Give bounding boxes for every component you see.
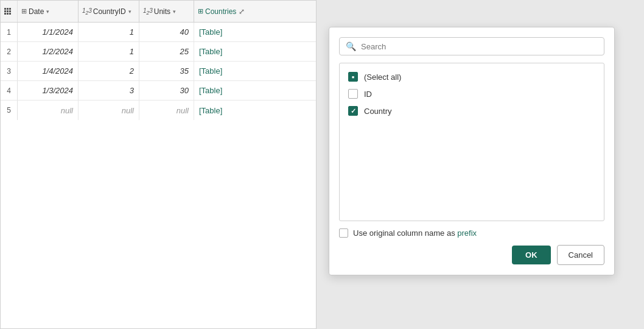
cell-rownum-4: 4 <box>1 81 18 100</box>
country-item[interactable]: Country <box>340 102 604 119</box>
cell-countryid-5: null <box>79 101 139 120</box>
table-header: ⊞ Date ▾ 123 CountryID ▾ 123 Units ▾ ⊞ C… <box>1 1 316 23</box>
search-icon: 🔍 <box>346 41 356 51</box>
table-row: 5 null null null [Table] <box>1 101 316 120</box>
cell-date-1: 1/1/2024 <box>18 23 79 41</box>
cell-date-3: 1/4/2024 <box>18 62 79 80</box>
select-all-label: (Select all) <box>364 73 401 82</box>
cell-date-4: 1/3/2024 <box>18 81 79 100</box>
header-units-label: Units <box>154 7 170 16</box>
header-rownum <box>1 1 18 22</box>
header-countryid-label: CountryID <box>93 7 126 16</box>
calendar-icon: ⊞ <box>21 7 27 15</box>
cell-date-5: null <box>18 101 79 120</box>
expand-dialog: 🔍 (Select all) ID Country <box>329 27 615 275</box>
table-row: 4 1/3/2024 3 30 [Table] <box>1 81 316 101</box>
country-label: Country <box>364 107 392 116</box>
select-all-item[interactable]: (Select all) <box>340 68 604 85</box>
date-dropdown-icon[interactable]: ▾ <box>46 9 49 15</box>
cancel-button[interactable]: Cancel <box>557 245 604 265</box>
dialog-overlay: 🔍 (Select all) ID Country <box>317 0 644 329</box>
table-row: 1 1/1/2024 1 40 [Table] <box>1 23 316 42</box>
dialog-footer: OK Cancel <box>339 245 604 265</box>
select-all-checkbox[interactable] <box>348 72 358 82</box>
cell-countries-4: [Table] <box>194 81 255 100</box>
ok-button[interactable]: OK <box>512 246 551 264</box>
table-body: 1 1/1/2024 1 40 [Table] 2 1/2/2024 1 25 … <box>1 23 316 328</box>
countryid-dropdown-icon[interactable]: ▾ <box>128 9 131 15</box>
header-countryid[interactable]: 123 CountryID ▾ <box>79 1 139 22</box>
cell-units-5: null <box>139 101 194 120</box>
cell-countryid-4: 3 <box>79 81 139 100</box>
data-table: ⊞ Date ▾ 123 CountryID ▾ 123 Units ▾ ⊞ C… <box>0 0 317 329</box>
header-units[interactable]: 123 Units ▾ <box>139 1 194 22</box>
countryid-type-icon: 123 <box>82 7 92 16</box>
cell-units-3: 35 <box>139 62 194 80</box>
id-item[interactable]: ID <box>340 85 604 102</box>
grid-icon <box>4 8 11 15</box>
prefix-row[interactable]: Use original column name as prefix <box>339 228 604 238</box>
cell-units-4: 30 <box>139 81 194 100</box>
cell-rownum-2: 2 <box>1 42 18 61</box>
cell-units-1: 40 <box>139 23 194 41</box>
prefix-checkbox[interactable] <box>339 228 348 238</box>
country-checkbox[interactable] <box>348 106 358 116</box>
cell-countries-1: [Table] <box>194 23 255 41</box>
countries-icon: ⊞ <box>198 7 203 15</box>
id-checkbox[interactable] <box>348 89 358 99</box>
cell-countryid-1: 1 <box>79 23 139 41</box>
cell-countries-5: [Table] <box>194 101 255 120</box>
prefix-label: Use original column name as prefix <box>353 228 477 238</box>
cell-countries-2: [Table] <box>194 42 255 61</box>
cell-rownum-1: 1 <box>1 23 18 41</box>
header-countries-label: Countries <box>205 7 236 16</box>
search-input[interactable] <box>361 42 598 51</box>
header-countries[interactable]: ⊞ Countries ⤢ <box>194 1 261 22</box>
cell-countryid-2: 1 <box>79 42 139 61</box>
table-row: 2 1/2/2024 1 25 [Table] <box>1 42 316 62</box>
table-row: 3 1/4/2024 2 35 [Table] <box>1 62 316 81</box>
column-checkbox-list: (Select all) ID Country <box>339 63 604 221</box>
cell-countries-3: [Table] <box>194 62 255 80</box>
cell-rownum-3: 3 <box>1 62 18 80</box>
units-type-icon: 123 <box>143 7 153 16</box>
cell-units-2: 25 <box>139 42 194 61</box>
cell-countryid-3: 2 <box>79 62 139 80</box>
id-label: ID <box>364 90 372 99</box>
cell-rownum-5: 5 <box>1 101 18 120</box>
search-bar[interactable]: 🔍 <box>339 37 604 55</box>
expand-icon[interactable]: ⤢ <box>239 7 245 16</box>
units-dropdown-icon[interactable]: ▾ <box>173 9 176 15</box>
header-date[interactable]: ⊞ Date ▾ <box>18 1 79 22</box>
header-date-label: Date <box>29 7 44 16</box>
prefix-highlight: prefix <box>457 228 477 238</box>
cell-date-2: 1/2/2024 <box>18 42 79 61</box>
